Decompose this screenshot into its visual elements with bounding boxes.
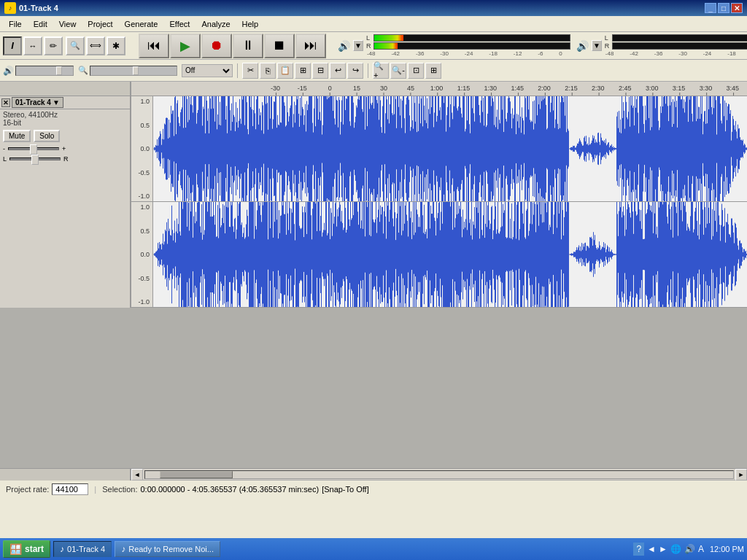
timeshift-tool-button[interactable]: ⟺ <box>86 36 105 55</box>
y-bottom-3: 0.0 <box>133 251 151 258</box>
solo-button[interactable]: Solo <box>34 130 60 142</box>
paste-button[interactable]: 📋 <box>277 63 293 79</box>
track-header: ✕ 01-Track 4 ▼ Stereo, 44100Hz 16-bit Mu… <box>0 96 131 308</box>
audacity-icon: ♪ <box>60 544 64 554</box>
select-tool-button[interactable]: I <box>3 36 22 55</box>
draw-tool-button[interactable]: ✏ <box>44 36 63 55</box>
menu-edit[interactable]: Edit <box>28 18 53 30</box>
clock: 12:00 PM <box>710 545 744 553</box>
y-bottom-4: -0.5 <box>133 275 151 282</box>
start-button[interactable]: 🪟 start <box>3 540 50 558</box>
y-top-1: 1.0 <box>133 98 151 105</box>
taskbar: 🪟 start ♪ 01-Track 4 ♪ Ready to Remove N… <box>0 538 747 560</box>
volume-tray-icon[interactable]: 🔊 <box>684 544 695 554</box>
project-rate-value[interactable]: 44100 <box>52 483 88 495</box>
menu-help[interactable]: Help <box>236 18 265 30</box>
scroll-right-button[interactable]: ► <box>735 469 747 481</box>
project-rate-label: Project rate: <box>6 485 49 494</box>
envelope-tool-button[interactable]: ↔ <box>23 36 42 55</box>
pan-R-label: R <box>63 155 69 163</box>
window-controls: _ □ ✕ <box>705 3 743 13</box>
main-content: ✕ 01-Track 4 ▼ Stereo, 44100Hz 16-bit Mu… <box>0 96 747 308</box>
app-icon: ♪ <box>4 2 16 14</box>
maximize-button[interactable]: □ <box>718 3 729 13</box>
empty-area <box>0 308 747 468</box>
y-top-3: 0.0 <box>133 145 151 152</box>
rewind-button[interactable]: ⏮ <box>139 34 169 58</box>
vu-out-dropdown-btn[interactable]: ▼ <box>592 40 602 51</box>
minimize-button[interactable]: _ <box>705 3 716 13</box>
vu-out-L-label: L <box>605 34 611 42</box>
vu-meters: L R -48-42-36-30-24-18-12-60 <box>366 34 570 57</box>
taskbar-audacity[interactable]: ♪ 01-Track 4 <box>53 541 112 557</box>
h-scrollbar[interactable] <box>144 470 734 479</box>
zoom-out-button[interactable]: 🔍- <box>390 63 406 79</box>
record-button[interactable]: ⏺ <box>201 34 232 58</box>
menu-view[interactable]: View <box>53 18 82 30</box>
back-icon[interactable]: ◄ <box>647 544 656 554</box>
toolbar-combined: I ↔ ✏ 🔍 ⟺ ✱ ⏮ ▶ ⏺ ⏸ ⏹ ⏭ 🔊 ▼ L <box>0 32 747 60</box>
pan-slider[interactable] <box>9 158 61 160</box>
menu-generate[interactable]: Generate <box>119 18 164 30</box>
waveform-bottom-channel[interactable]: 1.0 0.5 0.0 -0.5 -1.0 <box>131 202 747 308</box>
forward-button[interactable]: ⏭ <box>295 34 326 58</box>
selection-item: Selection: 0:00.000000 - 4:05.365537 (4:… <box>102 485 369 494</box>
y-bottom-1: 1.0 <box>133 203 151 211</box>
envelope-icon: ↔ <box>29 42 37 50</box>
vu-R-fill <box>374 43 398 49</box>
title-bar: ♪ 01-Track 4 _ □ ✕ <box>0 0 747 16</box>
window-title: 01-Track 4 <box>19 4 58 12</box>
menu-file[interactable]: File <box>3 18 28 30</box>
silence-button[interactable]: ⊟ <box>312 63 328 79</box>
zoom-in-button[interactable]: 🔍+ <box>373 63 389 79</box>
zoom-sel-button[interactable]: ⊡ <box>408 63 424 79</box>
volume-slider[interactable] <box>15 66 74 76</box>
taskbar-noise-label: Ready to Remove Noi... <box>128 545 214 553</box>
mute-button[interactable]: Mute <box>3 130 31 142</box>
track-close-button[interactable]: ✕ <box>1 98 10 107</box>
menu-effect[interactable]: Effect <box>163 18 196 30</box>
cut-button[interactable]: ✂ <box>242 63 258 79</box>
close-button[interactable]: ✕ <box>731 3 743 13</box>
track-depth: 16-bit <box>3 119 127 127</box>
vu-dropdown-btn[interactable]: ▼ <box>353 40 363 51</box>
help-tray-icon[interactable]: ? <box>633 542 644 556</box>
menu-analyze[interactable]: Analyze <box>196 18 236 30</box>
menu-project[interactable]: Project <box>82 18 118 30</box>
vu-L-meter <box>374 34 570 42</box>
play-button[interactable]: ▶ <box>170 34 201 58</box>
start-label: start <box>25 544 44 554</box>
taskbar-noise[interactable]: ♪ Ready to Remove Noi... <box>115 541 220 557</box>
scroll-left-button[interactable]: ◄ <box>131 469 143 481</box>
gain-slider[interactable] <box>8 147 59 150</box>
network-icon: 🌐 <box>670 544 681 554</box>
stop-button[interactable]: ⏹ <box>264 34 295 58</box>
track-format: Stereo, 44100Hz <box>3 111 127 119</box>
undo-button[interactable]: ↩ <box>330 63 346 79</box>
multi-tool-button[interactable]: ✱ <box>107 36 125 55</box>
zoom-fit-button[interactable]: ⊞ <box>425 63 441 79</box>
copy-button[interactable]: ⎘ <box>260 63 276 79</box>
zoom-icon: 🔍 <box>70 41 80 50</box>
trim-button[interactable]: ⊞ <box>295 63 311 79</box>
vu-out-R-label: R <box>605 42 611 50</box>
snap-select[interactable]: Off <box>182 64 233 77</box>
track-name-button[interactable]: 01-Track 4 ▼ <box>12 97 63 108</box>
track-name-label: 01-Track 4 <box>15 98 51 106</box>
pitch-slider[interactable] <box>90 66 177 76</box>
redo-button[interactable]: ↪ <box>347 63 363 79</box>
forward-icon[interactable]: ► <box>659 544 667 554</box>
y-top-2: 0.5 <box>133 122 151 129</box>
track-title-bar: ✕ 01-Track 4 ▼ <box>0 96 130 109</box>
gain-thumb <box>30 144 37 155</box>
volume-thumb <box>56 66 62 75</box>
zoom-tool-button[interactable]: 🔍 <box>66 36 85 55</box>
pitch-icon: 🔍 <box>78 66 88 75</box>
waveform-bottom-canvas <box>153 202 747 307</box>
pencil-icon: ✏ <box>50 41 57 51</box>
noise-icon: ♪ <box>121 544 125 554</box>
speaker-out-icon: 🔊 <box>576 40 589 52</box>
gain-min-label: - <box>3 145 5 152</box>
waveform-top-channel[interactable]: 1.0 0.5 0.0 -0.5 -1.0 <box>131 96 747 202</box>
pause-button[interactable]: ⏸ <box>233 34 263 58</box>
